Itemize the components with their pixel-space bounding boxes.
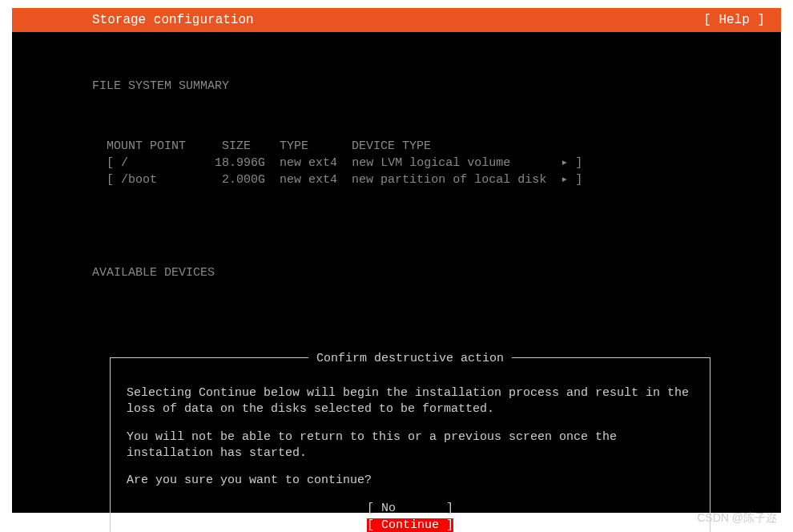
col-devtype: DEVICE TYPE (352, 139, 431, 153)
device-type: new partition of local disk (352, 173, 546, 187)
continue-button[interactable]: [ Continue ] (367, 518, 453, 532)
dialog-text-2: You will not be able to return to this o… (127, 429, 694, 462)
continue-label: Continue (381, 518, 439, 532)
device-type: new LVM logical volume (352, 156, 510, 170)
size: 18.996G (215, 156, 265, 170)
fs-row[interactable]: [ / 18.996G new ext4 new LVM logical vol… (107, 156, 582, 170)
mount-point: / (121, 156, 128, 170)
no-label: No (381, 502, 396, 515)
watermark: CSDN @陈子迩 (697, 511, 777, 526)
available-devices-title: AVAILABLE DEVICES (92, 264, 701, 281)
fs-row[interactable]: [ /boot 2.000G new ext4 new partition of… (107, 173, 582, 187)
help-button[interactable]: [ Help ] (703, 13, 765, 27)
dialog-title: Confirm destructive action (308, 350, 512, 367)
mount-point: /boot (121, 173, 157, 187)
chevron-right-icon: ▸ (561, 173, 568, 187)
type: new ext4 (280, 173, 337, 187)
dialog-buttons: [ No ] [ Continue ] (127, 500, 694, 532)
type: new ext4 (280, 156, 337, 170)
no-button[interactable]: [ No ] (367, 502, 453, 515)
dialog-text-3: Are you sure you want to continue? (127, 473, 694, 489)
col-mount: MOUNT POINT (107, 139, 186, 153)
terminal-window: Storage configuration [ Help ] FILE SYST… (12, 8, 781, 513)
col-size: SIZE (222, 139, 251, 153)
filesystem-table: MOUNT POINT SIZE TYPE DEVICE TYPE [ / 18… (107, 138, 701, 188)
chevron-right-icon: ▸ (561, 156, 568, 170)
fs-header: MOUNT POINT SIZE TYPE DEVICE TYPE (107, 139, 431, 153)
confirm-dialog: Confirm destructive action Selecting Con… (110, 357, 710, 532)
dialog-text-1: Selecting Continue below will begin the … (127, 385, 694, 418)
size: 2.000G (222, 173, 265, 187)
header-bar: Storage configuration [ Help ] (12, 8, 781, 32)
col-type: TYPE (280, 139, 308, 153)
filesystem-summary-title: FILE SYSTEM SUMMARY (92, 78, 701, 95)
page-title: Storage configuration (92, 13, 254, 27)
body-content: FILE SYSTEM SUMMARY MOUNT POINT SIZE TYP… (12, 32, 781, 532)
